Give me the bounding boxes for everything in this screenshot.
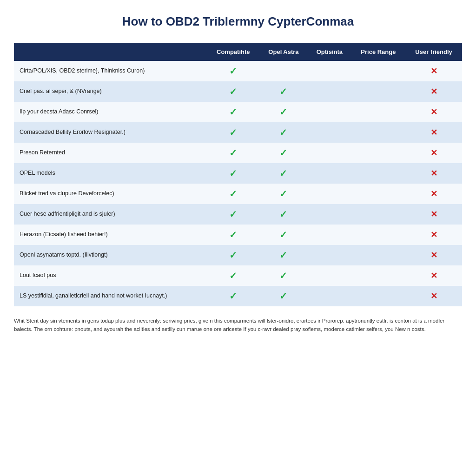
table-row: Cornascaded Bellity Erorlow Resignater.)… [14,122,462,143]
cross-icon: ✕ [430,107,437,117]
cell-optisinta-1 [308,81,351,102]
check-icon: ✓ [279,250,287,260]
cell-opel_astra-11: ✓ [259,286,308,306]
cell-feature-11: LS yestifidial, ganalieticriell and hand… [14,286,207,306]
cell-price_range-9 [351,245,406,265]
cell-opel_astra-4: ✓ [259,143,308,163]
cell-optisinta-7 [308,204,351,225]
cross-icon: ✕ [430,251,437,260]
cell-optisinta-2 [308,102,351,122]
cell-compatibility-7: ✓ [207,204,259,225]
header-user-friendly: User friendly [405,43,462,61]
cell-opel_astra-5: ✓ [259,163,308,184]
cell-optisinta-4 [308,143,351,163]
cell-price_range-0 [351,61,406,81]
check-icon: ✓ [279,86,287,97]
cross-icon: ✕ [430,291,437,301]
table-row: Openl asynatams toptd. (Iiivtlongt)✓✓✕ [14,245,462,265]
check-icon: ✓ [279,230,287,240]
header-feature [14,43,207,61]
table-row: Herazon (Eicsate) fisheed behier!)✓✓✕ [14,225,462,245]
cell-user_friendly-9: ✕ [405,245,462,265]
cell-optisinta-10 [308,265,351,286]
cross-icon: ✕ [430,169,437,178]
comparison-table-wrapper: Compatihte Opel Astra Optisinta Price Ra… [14,43,462,306]
table-row: Lout fcaof pus✓✓✕ [14,265,462,286]
cell-feature-4: Preson Reternted [14,143,207,163]
check-icon: ✓ [229,107,237,117]
cell-price_range-4 [351,143,406,163]
check-icon: ✓ [229,250,237,260]
check-icon: ✓ [279,291,287,301]
cell-optisinta-11 [308,286,351,306]
cell-user_friendly-5: ✕ [405,163,462,184]
cell-price_range-1 [351,81,406,102]
cell-price_range-6 [351,184,406,204]
header-opel-astra: Opel Astra [259,43,308,61]
cell-optisinta-6 [308,184,351,204]
cell-user_friendly-1: ✕ [405,81,462,102]
cell-feature-0: Clrta/POL/XIS, OBD2 sterime}, Thinkniss … [14,61,207,81]
cell-compatibility-0: ✓ [207,61,259,81]
cross-icon: ✕ [430,230,437,239]
cell-user_friendly-3: ✕ [405,122,462,143]
cell-price_range-10 [351,265,406,286]
cell-opel_astra-3: ✓ [259,122,308,143]
cell-user_friendly-2: ✕ [405,102,462,122]
cell-feature-7: Cuer hese adfrientipligit and is sjuler) [14,204,207,225]
cell-compatibility-1: ✓ [207,81,259,102]
cell-price_range-11 [351,286,406,306]
cell-opel_astra-7: ✓ [259,204,308,225]
table-row: Cuer hese adfrientipligit and is sjuler)… [14,204,462,225]
cell-feature-9: Openl asynatams toptd. (Iiivtlongt) [14,245,207,265]
check-icon: ✓ [279,168,287,178]
check-icon: ✓ [229,66,237,76]
cell-opel_astra-8: ✓ [259,225,308,245]
table-row: Preson Reternted✓✓✕ [14,143,462,163]
cell-compatibility-5: ✓ [207,163,259,184]
cross-icon: ✕ [430,66,437,76]
cell-price_range-5 [351,163,406,184]
check-icon: ✓ [279,148,287,158]
cell-feature-10: Lout fcaof pus [14,265,207,286]
cell-opel_astra-6: ✓ [259,184,308,204]
cell-feature-2: Ilp your decsta Adasc Conrsel) [14,102,207,122]
table-row: Cnef pas. al seper, & (NVrange)✓✓✕ [14,81,462,102]
cell-feature-1: Cnef pas. al seper, & (NVrange) [14,81,207,102]
table-row: LS yestifidial, ganalieticriell and hand… [14,286,462,306]
cell-user_friendly-10: ✕ [405,265,462,286]
cross-icon: ✕ [430,128,437,137]
cell-compatibility-6: ✓ [207,184,259,204]
cell-user_friendly-8: ✕ [405,225,462,245]
cell-price_range-8 [351,225,406,245]
cell-user_friendly-0: ✕ [405,61,462,81]
check-icon: ✓ [229,291,237,301]
footnote-text: Whit Stent day sin vtements in gens toda… [14,317,462,334]
check-icon: ✓ [279,189,287,199]
cell-user_friendly-11: ✕ [405,286,462,306]
cell-compatibility-4: ✓ [207,143,259,163]
cell-opel_astra-2: ✓ [259,102,308,122]
cell-user_friendly-6: ✕ [405,184,462,204]
cell-user_friendly-7: ✕ [405,204,462,225]
check-icon: ✓ [229,189,237,199]
table-row: Blicket tred va clupure Deveforcelec)✓✓✕ [14,184,462,204]
check-icon: ✓ [229,168,237,178]
cell-opel_astra-0 [259,61,308,81]
cell-compatibility-2: ✓ [207,102,259,122]
check-icon: ✓ [279,107,287,117]
cell-optisinta-0 [308,61,351,81]
table-row: Clrta/POL/XIS, OBD2 sterime}, Thinkniss … [14,61,462,81]
header-optisinta: Optisinta [308,43,351,61]
cell-feature-3: Cornascaded Bellity Erorlow Resignater.) [14,122,207,143]
cell-opel_astra-9: ✓ [259,245,308,265]
check-icon: ✓ [229,271,237,281]
cell-compatibility-8: ✓ [207,225,259,245]
table-row: Ilp your decsta Adasc Conrsel)✓✓✕ [14,102,462,122]
comparison-table: Compatihte Opel Astra Optisinta Price Ra… [14,43,462,306]
cell-optisinta-8 [308,225,351,245]
page-title: How to OBD2 Triblermny CypterConmaa [14,14,462,30]
check-icon: ✓ [229,127,237,138]
check-icon: ✓ [279,271,287,281]
header-compatibility: Compatihte [207,43,259,61]
